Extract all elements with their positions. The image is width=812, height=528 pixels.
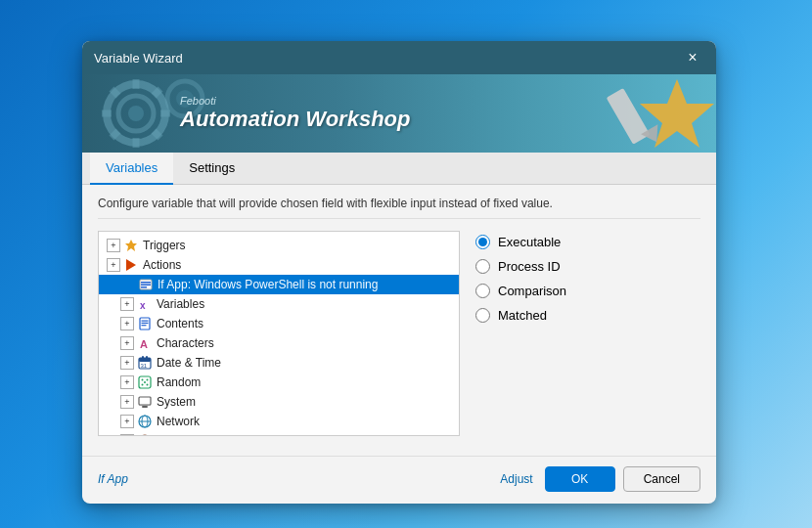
svg-point-36: [142, 384, 144, 386]
tree-label-actions: Actions: [143, 258, 181, 272]
expand-triggers[interactable]: +: [107, 239, 120, 252]
tree-item-system[interactable]: + System: [99, 392, 459, 412]
tree-label-characters: Characters: [157, 336, 214, 350]
expand-variables[interactable]: +: [120, 297, 134, 311]
expand-network[interactable]: +: [120, 415, 134, 428]
header-banner: Febooti Automation Workshop: [82, 74, 716, 153]
tab-bar: Variables Settings: [82, 153, 716, 185]
banner-right-decoration: [520, 74, 716, 153]
svg-rect-40: [142, 406, 148, 408]
close-button[interactable]: ×: [681, 46, 704, 69]
tree-label-internal: Internal: [157, 434, 196, 436]
option-process-id[interactable]: Process ID: [475, 259, 700, 274]
svg-marker-16: [125, 240, 137, 251]
tree-item-variables[interactable]: + x Variables: [99, 294, 459, 314]
svg-rect-14: [607, 88, 651, 145]
internal-icon: [137, 433, 153, 436]
option-executable[interactable]: Executable: [475, 235, 700, 249]
expand-internal[interactable]: +: [120, 434, 134, 436]
svg-line-10: [112, 131, 118, 138]
radio-executable[interactable]: [475, 235, 490, 249]
svg-point-38: [144, 381, 146, 383]
svg-point-2: [128, 106, 144, 121]
tree-label-network: Network: [157, 415, 200, 428]
footer-actions: Adjust OK Cancel: [500, 466, 700, 492]
tab-variables[interactable]: Variables: [90, 153, 173, 185]
dialog-footer: If App Adjust OK Cancel: [82, 456, 716, 504]
svg-rect-41: [139, 405, 151, 406]
dialog-title: Variable Wizard: [94, 51, 183, 66]
banner-company: Febooti: [180, 95, 410, 107]
tree-item-triggers[interactable]: + Triggers: [99, 236, 459, 255]
svg-text:A: A: [140, 338, 148, 350]
svg-rect-25: [142, 323, 149, 324]
characters-icon: A: [137, 335, 153, 351]
option-executable-label: Executable: [498, 235, 561, 249]
svg-point-37: [147, 384, 149, 386]
tab-settings[interactable]: Settings: [173, 153, 250, 185]
svg-line-9: [154, 89, 160, 96]
tree-panel[interactable]: + Triggers + Actions: [98, 231, 460, 436]
svg-point-34: [142, 379, 144, 381]
expand-characters[interactable]: +: [120, 336, 134, 350]
radio-comparison[interactable]: [475, 284, 490, 298]
tree-item-internal[interactable]: + Internal: [99, 431, 459, 436]
tree-item-actions[interactable]: + Actions: [99, 255, 459, 275]
variables-icon: x: [137, 296, 153, 312]
option-process-id-label: Process ID: [498, 259, 561, 274]
expand-actions[interactable]: +: [107, 258, 120, 272]
title-bar: Variable Wizard ×: [82, 41, 716, 74]
ok-button[interactable]: OK: [545, 466, 615, 492]
tree-item-if-app[interactable]: If App: Windows PowerShell is not runnin…: [99, 275, 459, 294]
variable-wizard-dialog: Variable Wizard × Feboot: [82, 41, 716, 504]
tree-label-variables: Variables: [157, 297, 204, 311]
svg-rect-19: [141, 282, 151, 284]
option-matched[interactable]: Matched: [475, 308, 700, 323]
radio-matched[interactable]: [475, 308, 490, 323]
svg-rect-24: [142, 321, 149, 322]
svg-rect-26: [142, 325, 147, 326]
svg-point-35: [147, 379, 149, 381]
context-label: If App: [98, 472, 128, 486]
svg-rect-20: [141, 285, 151, 286]
random-icon: [137, 374, 153, 390]
description-text: Configure variable that will provide cho…: [98, 197, 700, 219]
option-comparison[interactable]: Comparison: [475, 284, 700, 298]
content-area: Configure variable that will provide cho…: [82, 185, 716, 448]
adjust-link[interactable]: Adjust: [500, 472, 532, 486]
svg-point-45: [139, 435, 151, 436]
svg-text:x: x: [140, 300, 146, 311]
svg-marker-17: [126, 259, 136, 271]
svg-rect-30: [146, 356, 148, 360]
network-icon: [137, 414, 153, 429]
banner-product: Automation Workshop: [180, 107, 410, 132]
option-matched-label: Matched: [498, 308, 547, 323]
option-comparison-label: Comparison: [498, 284, 566, 298]
radio-process-id[interactable]: [475, 259, 490, 274]
datetime-icon: 31: [137, 355, 153, 371]
expand-system[interactable]: +: [120, 395, 134, 409]
cancel-button[interactable]: Cancel: [623, 466, 700, 492]
tree-label-system: System: [157, 395, 196, 409]
main-panel: + Triggers + Actions: [98, 231, 700, 436]
expand-random[interactable]: +: [120, 375, 134, 389]
svg-rect-39: [139, 397, 151, 405]
tree-item-characters[interactable]: + A Characters: [99, 333, 459, 353]
tree-label-triggers: Triggers: [143, 239, 186, 252]
svg-text:31: 31: [141, 363, 148, 369]
expand-contents[interactable]: +: [120, 317, 134, 330]
tree-item-contents[interactable]: + Contents: [99, 314, 459, 333]
contents-icon: [137, 316, 153, 331]
svg-line-8: [154, 131, 160, 138]
tree-item-network[interactable]: + Network: [99, 412, 459, 431]
expand-datetime[interactable]: +: [120, 356, 134, 370]
tree-item-datetime[interactable]: + 31 Date & Time: [99, 353, 459, 373]
tree-item-random[interactable]: + Random: [99, 373, 459, 392]
actions-icon: [123, 257, 139, 273]
triggers-icon: [123, 238, 139, 253]
svg-rect-29: [139, 358, 151, 362]
if-app-icon: [138, 277, 154, 292]
tree-label-random: Random: [157, 375, 201, 389]
svg-rect-31: [142, 356, 144, 360]
options-panel: Executable Process ID Comparison Matched: [475, 231, 700, 436]
